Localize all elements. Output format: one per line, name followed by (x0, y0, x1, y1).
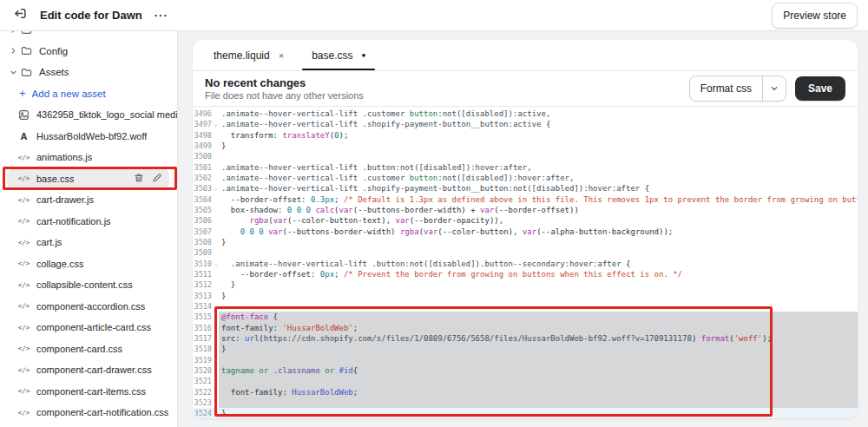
code-line-content[interactable]: src: url(https://cdn.shopify.com/s/files… (219, 333, 858, 344)
code-line[interactable]: 3524} (193, 408, 858, 418)
code-line-content[interactable]: tagname or .classname or #id{ (219, 365, 858, 376)
code-line[interactable]: 3506 rgba(var(--color-button-text), var(… (193, 215, 858, 226)
sidebar-folder-assets[interactable]: Assets (0, 62, 177, 83)
code-line[interactable]: 3515⌄@font-face { (193, 312, 858, 322)
more-options-icon[interactable]: ··· (155, 11, 168, 20)
code-line[interactable]: 3501.animate--hover-vertical-lift .butto… (193, 162, 858, 173)
sidebar-file-item[interactable]: </>component-cart-drawer.css (0, 359, 177, 381)
code-line[interactable]: 3522 font-family: HussarBoldWeb; (193, 387, 858, 397)
file-name-label: collapsible-content.css (36, 279, 133, 290)
code-line-content[interactable]: .animate--hover-vertical-lift .shopify-p… (219, 119, 858, 129)
code-line[interactable]: 3502.animate--hover-vertical-lift .custo… (193, 173, 858, 183)
sidebar-file-item[interactable]: </>component-cart-items.css (0, 381, 177, 403)
code-line-content[interactable] (219, 151, 858, 161)
add-new-asset-button[interactable]: + Add a new asset (0, 83, 177, 105)
code-line-content[interactable] (219, 247, 858, 258)
fold-chevron-icon[interactable]: ⌄ (213, 183, 219, 194)
code-line-content[interactable]: font-family: 'HussarBoldWeb'; (219, 323, 858, 333)
code-line[interactable]: 3518} (193, 344, 858, 354)
sidebar-file-item[interactable]: AHussarBoldWeb-bf92.woff (0, 126, 177, 148)
code-line[interactable]: 3509 (193, 247, 858, 258)
code-line[interactable]: 3511 --border-offset: 0px; /* Prevent th… (193, 269, 858, 279)
code-line[interactable]: 3496.animate--hover-vertical-lift .custo… (193, 108, 858, 119)
code-line-content[interactable]: } (219, 344, 858, 354)
code-line-content[interactable]: } (219, 279, 858, 290)
sidebar-file-item[interactable]: 4362958_tiktok_logo_social media_i... (0, 104, 177, 126)
code-line-content[interactable] (219, 397, 858, 408)
code-line-content[interactable]: box-shadow: 0 0 0 calc(var(--buttons-bor… (219, 205, 858, 215)
code-line-content[interactable]: } (219, 291, 858, 301)
code-line-content[interactable]: } (219, 141, 858, 151)
code-line[interactable]: 3497⌄.animate--hover-vertical-lift .shop… (193, 119, 858, 129)
close-icon[interactable]: × (279, 50, 284, 61)
code-line-content[interactable]: @font-face { (219, 312, 858, 322)
sidebar-file-item[interactable]: </>component-article-card.css (0, 317, 177, 338)
code-line[interactable]: 3520⌄tagname or .classname or #id{ (193, 365, 858, 376)
code-line-content[interactable]: --border-offset: 0px; /* Prevent the bor… (219, 269, 858, 279)
code-line-content[interactable]: .animate--hover-vertical-lift .button:no… (219, 259, 858, 269)
code-line[interactable]: 3505 box-shadow: 0 0 0 calc(var(--button… (193, 205, 858, 215)
code-line[interactable]: 3512 } (193, 279, 858, 290)
preview-store-button[interactable]: Preview store (772, 3, 858, 29)
fold-chevron-icon[interactable]: ⌄ (213, 365, 219, 376)
tab-theme-liquid[interactable]: theme.liquid × (200, 40, 298, 70)
code-line[interactable]: 3508} (193, 237, 858, 247)
delete-file-icon[interactable] (134, 173, 144, 185)
code-token: font-family: (221, 388, 292, 397)
code-line[interactable]: 3523 (193, 397, 858, 408)
code-line-content[interactable]: .animate--hover-vertical-lift .customer … (219, 108, 858, 119)
code-line[interactable]: 3500 (193, 151, 858, 161)
code-line-content[interactable]: .animate--hover-vertical-lift .shopify-p… (219, 183, 858, 194)
code-line-content[interactable]: } (219, 237, 858, 247)
code-line-content[interactable]: .animate--hover-vertical-lift .button:no… (219, 162, 858, 173)
code-line-content[interactable]: } (219, 408, 858, 418)
format-css-button[interactable]: Format css (690, 76, 762, 101)
sidebar-file-item[interactable]: </>base.css (7, 168, 169, 190)
code-editor-pane[interactable]: 3496.animate--hover-vertical-lift .custo… (193, 107, 858, 418)
sidebar-file-item[interactable]: </>collapsible-content.css (0, 274, 177, 296)
line-number: 3519 (193, 355, 213, 365)
sidebar-file-item[interactable]: </>component-cart-notification.css (0, 402, 177, 424)
code-line[interactable]: 3510⌄ .animate--hover-vertical-lift .but… (193, 259, 858, 269)
code-line[interactable]: 3521 (193, 376, 858, 386)
fold-chevron-icon[interactable]: ⌄ (213, 312, 219, 322)
code-line-content[interactable]: transform: translateY(0); (219, 130, 858, 141)
code-line-content[interactable]: rgba(var(--color-button-text), var(--bor… (219, 215, 858, 226)
code-line-content[interactable]: --border-offset: 0.3px; /* Default is 1.… (219, 194, 858, 205)
code-line-content[interactable]: 0 0 0 var(--buttons-border-width) rgba(v… (219, 227, 858, 237)
code-line[interactable]: 3499} (193, 141, 858, 151)
code-line[interactable]: 3513} (193, 291, 858, 301)
version-subtitle: File does not have any other versions (205, 90, 364, 102)
sidebar-file-item[interactable]: </>cart.js (0, 232, 177, 253)
code-line-content[interactable]: .animate--hover-vertical-lift .customer … (219, 173, 858, 183)
rename-file-icon[interactable] (152, 173, 162, 185)
sidebar-file-item[interactable]: </>component-accordion.css (0, 296, 177, 318)
sidebar-file-item[interactable]: </>collage.css (0, 253, 177, 275)
sidebar-file-item[interactable]: </>animations.js (0, 147, 177, 168)
code-line-content[interactable] (219, 301, 858, 312)
code-line[interactable]: 3514 (193, 301, 858, 312)
format-options-button[interactable] (763, 76, 786, 101)
code-line[interactable]: 3503⌄.animate--hover-vertical-lift .shop… (193, 183, 858, 194)
sidebar-file-item[interactable]: </>cart-drawer.js (0, 189, 177, 211)
fold-chevron-icon[interactable]: ⌄ (213, 259, 219, 269)
code-line-content[interactable]: font-family: HussarBoldWeb; (219, 387, 858, 397)
sidebar-file-item[interactable]: </>cart-notification.js (0, 211, 177, 233)
code-line[interactable]: 3519 (193, 355, 858, 365)
sidebar-folder-clipped[interactable] (0, 31, 177, 41)
code-line[interactable]: 3517src: url(https://cdn.shopify.com/s/f… (193, 333, 858, 344)
code-line-content[interactable] (219, 355, 858, 365)
save-button[interactable]: Save (795, 76, 845, 101)
code-token: var (268, 227, 282, 236)
tab-base-css[interactable]: base.css ● (298, 40, 379, 70)
code-line-content[interactable] (219, 376, 858, 386)
fold-chevron-icon[interactable]: ⌄ (213, 119, 219, 129)
code-line[interactable]: 3516font-family: 'HussarBoldWeb'; (193, 323, 858, 333)
exit-code-editor-button[interactable] (10, 6, 30, 25)
code-line[interactable]: 3498 transform: translateY(0); (193, 130, 858, 141)
code-file-icon: </> (17, 217, 30, 225)
sidebar-folder-config[interactable]: Config (0, 41, 177, 62)
sidebar-file-item[interactable]: </>component-card.css (0, 338, 177, 360)
code-line[interactable]: 3504 --border-offset: 0.3px; /* Default … (193, 194, 858, 205)
code-line[interactable]: 3507 0 0 0 var(--buttons-border-width) r… (193, 227, 858, 237)
